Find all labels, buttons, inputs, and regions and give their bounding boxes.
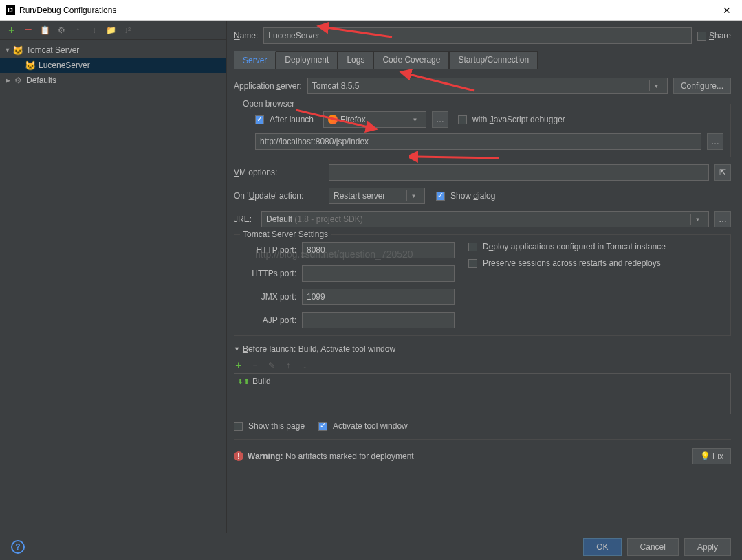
jre-label: JRE:: [234, 214, 256, 224]
configure-button[interactable]: Configure...: [673, 78, 731, 94]
before-launch-list[interactable]: ⬇⬆ Build: [234, 373, 731, 414]
chevron-down-icon: ▼: [234, 346, 240, 352]
remove-icon[interactable]: −: [250, 361, 260, 370]
sidebar: + − 📋 ⚙ ↑ ↓ 📁 ↓² ▼ 🐱 Tomcat Server 🐱 Luc…: [0, 21, 227, 533]
tabs: Server Deployment Logs Code Coverage Sta…: [234, 51, 731, 69]
remove-icon[interactable]: −: [23, 25, 33, 35]
arrow-annotation: [409, 151, 505, 165]
before-launch-header[interactable]: ▼ Before launch: Build, Activate tool wi…: [234, 344, 731, 354]
jmx-port-label: JMX port:: [241, 292, 296, 302]
warning-row: ! Warning: No artifacts marked for deplo…: [234, 448, 731, 464]
tree-item-defaults[interactable]: ▶ ⚙ Defaults: [0, 73, 226, 88]
help-button[interactable]: ?: [11, 540, 25, 554]
show-this-page-label: Show this page: [248, 421, 305, 431]
url-more-button[interactable]: …: [707, 133, 723, 150]
https-port-label: HTTPs port:: [241, 269, 296, 278]
jre-hint: (1.8 - project SDK): [294, 214, 362, 224]
tab-server[interactable]: Server: [234, 51, 276, 69]
tab-startup-connection[interactable]: Startup/Connection: [449, 51, 538, 69]
on-update-label: On 'Update' action:: [234, 191, 323, 201]
share-checkbox[interactable]: Share: [697, 31, 731, 41]
ajp-port-input[interactable]: [302, 312, 455, 328]
browser-more-button[interactable]: …: [432, 111, 448, 128]
svg-line-1: [327, 27, 392, 37]
jre-more-button[interactable]: …: [714, 211, 731, 227]
ajp-port-label: AJP port:: [241, 315, 296, 325]
apply-button[interactable]: Apply: [684, 538, 731, 556]
chevron-right-icon: ▶: [3, 77, 12, 84]
tree-item-lucene-server[interactable]: 🐱 LuceneServer: [0, 58, 226, 73]
vm-options-label: VM options:: [234, 168, 323, 177]
footer: ? OK Cancel Apply: [0, 533, 742, 560]
name-row: Name: Share: [234, 27, 731, 44]
app-server-select[interactable]: Tomcat 8.5.5 ▼: [307, 78, 668, 94]
show-this-page-checkbox[interactable]: [234, 422, 243, 431]
vm-options-row: VM options: ⇱: [234, 164, 731, 181]
arrow-annotation: [399, 69, 481, 96]
show-dialog-label: Show dialog: [450, 191, 495, 201]
content: Name: Share Server Deployment Logs Code …: [227, 21, 742, 533]
after-launch-checkbox[interactable]: [255, 115, 264, 124]
preserve-sessions-checkbox[interactable]: [468, 259, 477, 268]
tomcat-icon: 🐱: [12, 45, 23, 56]
up-icon[interactable]: ↑: [283, 361, 293, 370]
copy-icon[interactable]: 📋: [40, 25, 50, 35]
checkbox-icon: [697, 32, 706, 41]
build-label: Build: [252, 377, 271, 386]
tab-deployment[interactable]: Deployment: [276, 51, 338, 69]
tab-logs[interactable]: Logs: [338, 51, 373, 69]
cancel-button[interactable]: Cancel: [627, 538, 679, 556]
app-icon: IJ: [6, 5, 15, 15]
gear-icon: ⚙: [12, 75, 23, 86]
url-input[interactable]: [255, 133, 701, 150]
activate-tool-checkbox[interactable]: [318, 422, 327, 431]
server-panel: Application server: Tomcat 8.5.5 ▼ Confi…: [234, 78, 731, 526]
add-icon[interactable]: +: [7, 25, 17, 35]
app-server-row: Application server: Tomcat 8.5.5 ▼ Confi…: [234, 78, 731, 94]
sort-icon[interactable]: ↓²: [122, 25, 132, 35]
folder-icon[interactable]: 📁: [106, 25, 116, 35]
share-label: Share: [709, 31, 731, 41]
close-icon[interactable]: ✕: [717, 3, 736, 17]
fix-button[interactable]: 💡 Fix: [692, 448, 731, 464]
js-debugger-checkbox[interactable]: [458, 115, 467, 124]
name-label: Name:: [234, 31, 258, 41]
jmx-port-input[interactable]: [302, 289, 455, 305]
on-update-select[interactable]: Restart server ▼: [329, 188, 425, 204]
on-update-row: On 'Update' action: Restart server ▼ Sho…: [234, 188, 731, 204]
jre-row: JRE: Default (1.8 - project SDK) ▼ …: [234, 211, 731, 227]
tree-item-tomcat-server[interactable]: ▼ 🐱 Tomcat Server: [0, 43, 226, 58]
tomcat-icon: 🐱: [25, 60, 36, 71]
add-icon[interactable]: +: [234, 361, 243, 370]
sidebar-toolbar: + − 📋 ⚙ ↑ ↓ 📁 ↓²: [0, 21, 226, 40]
vm-expand-button[interactable]: ⇱: [714, 164, 731, 181]
watermark: http://blog.csdn.net/question_720520: [255, 249, 413, 260]
vm-options-input[interactable]: [329, 164, 709, 181]
tab-code-coverage[interactable]: Code Coverage: [373, 51, 449, 69]
down-icon[interactable]: ↓: [89, 25, 99, 35]
chevron-down-icon: ▼: [408, 114, 422, 125]
edit-icon[interactable]: ✎: [267, 361, 276, 370]
settings-icon[interactable]: ⚙: [56, 25, 66, 35]
deploy-tomcat-checkbox[interactable]: [468, 243, 477, 251]
js-debugger-label: with JavaScript debugger: [472, 115, 565, 124]
chevron-down-icon: ▼: [649, 80, 663, 91]
chevron-down-icon: ▼: [3, 47, 12, 54]
tree-label: Defaults: [26, 76, 56, 85]
https-port-input[interactable]: [302, 265, 455, 282]
window-title: Run/Debug Configurations: [19, 5, 116, 15]
list-item[interactable]: ⬇⬆ Build: [237, 377, 728, 386]
bulb-icon: 💡: [700, 451, 710, 461]
up-icon[interactable]: ↑: [73, 25, 83, 35]
ok-button[interactable]: OK: [583, 538, 621, 556]
hammer-icon: ⬇⬆: [237, 377, 250, 386]
svg-line-3: [296, 110, 368, 127]
show-dialog-checkbox[interactable]: [436, 192, 445, 201]
title-bar: IJ Run/Debug Configurations ✕: [0, 0, 742, 21]
down-icon[interactable]: ↓: [300, 361, 309, 370]
chevron-down-icon: ▼: [406, 190, 420, 201]
app-server-value: Tomcat 8.5.5: [312, 81, 360, 91]
svg-line-4: [416, 157, 499, 158]
tree-label: LuceneServer: [39, 60, 90, 70]
jre-select[interactable]: Default (1.8 - project SDK) ▼: [261, 211, 709, 227]
